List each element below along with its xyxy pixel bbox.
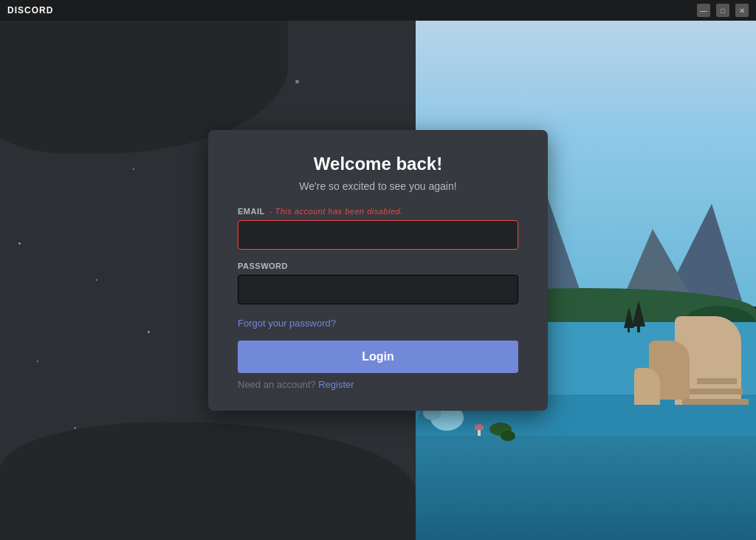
login-title: Welcome back! — [238, 154, 518, 174]
register-line: Need an account? Register — [238, 379, 518, 390]
star-dot — [295, 80, 299, 83]
star-dot — [37, 360, 38, 362]
star-dot — [148, 331, 150, 333]
star-dot — [96, 279, 97, 281]
register-link[interactable]: Register — [318, 379, 354, 390]
dark-blob-bottom — [0, 422, 416, 540]
rock-small — [634, 368, 660, 405]
step-1 — [682, 399, 749, 405]
title-bar: DISCORD — □ ✕ — [0, 0, 756, 21]
email-field-group: EMAIL - This account has been disabled. — [238, 207, 518, 250]
email-label: EMAIL - This account has been disabled. — [238, 207, 518, 216]
star-dot — [133, 168, 134, 170]
step-3 — [697, 378, 737, 384]
need-account-text: Need an account? — [238, 379, 316, 390]
app-logo: DISCORD — [7, 5, 53, 16]
step-2 — [690, 389, 743, 394]
window-controls: — □ ✕ — [697, 4, 749, 17]
close-button[interactable]: ✕ — [735, 4, 749, 17]
tree-dark-right — [624, 307, 634, 332]
login-subtitle: We're so excited to see you again! — [238, 180, 518, 192]
star-dot — [18, 242, 21, 245]
forgot-password-link[interactable]: Forgot your password? — [238, 318, 336, 329]
password-input[interactable] — [238, 275, 518, 304]
login-modal: Welcome back! We're so excited to see yo… — [208, 130, 548, 411]
water — [416, 436, 756, 540]
password-field-group: PASSWORD — [238, 262, 518, 304]
minimize-button[interactable]: — — [697, 4, 710, 17]
email-input[interactable] — [238, 220, 518, 250]
mushroom — [475, 424, 484, 436]
email-error-text: - This account has been disabled. — [269, 207, 403, 216]
maximize-button[interactable]: □ — [716, 4, 729, 17]
login-button[interactable]: Login — [238, 341, 518, 373]
password-label: PASSWORD — [238, 262, 518, 270]
